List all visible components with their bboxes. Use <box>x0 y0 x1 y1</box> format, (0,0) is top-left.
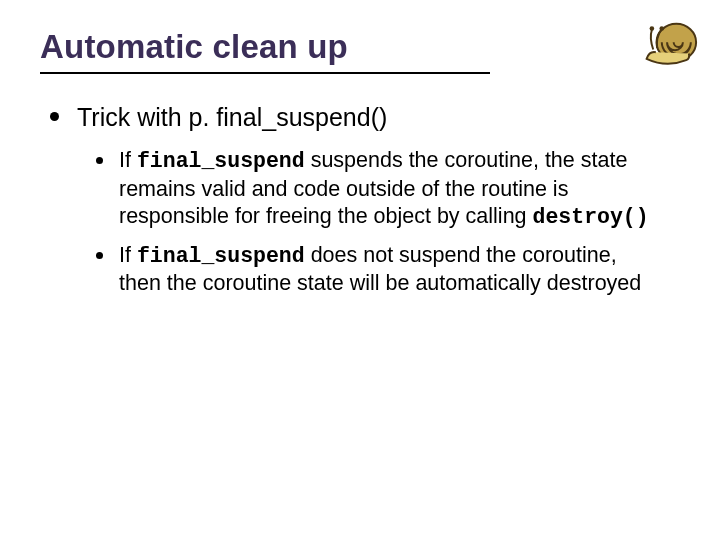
slide-content: Trick with p. final_suspend() If final_s… <box>40 102 680 299</box>
bullet-dot <box>96 252 103 259</box>
bullet-text: Trick with p. final_suspend() <box>77 102 387 133</box>
code-run: final_suspend <box>137 149 305 173</box>
sublist: If final_suspend suspends the coroutine,… <box>96 147 680 299</box>
code-run: final_suspend <box>137 244 305 268</box>
slide-title: Automatic clean up <box>40 28 680 66</box>
slide: Automatic clean up Trick with p. final_s… <box>0 0 720 540</box>
bullet-dot <box>96 157 103 164</box>
bullet-text: If final_suspend does not suspend the co… <box>119 242 659 299</box>
text-run: If <box>119 243 137 267</box>
title-underline <box>40 72 490 74</box>
title-wrap: Automatic clean up <box>40 28 680 74</box>
bullet-text: If final_suspend suspends the coroutine,… <box>119 147 659 232</box>
code-run: destroy() <box>533 205 649 229</box>
bullet-level2: If final_suspend does not suspend the co… <box>96 242 680 299</box>
bullet-level2: If final_suspend suspends the coroutine,… <box>96 147 680 232</box>
bullet-level1: Trick with p. final_suspend() <box>50 102 680 133</box>
text-run: If <box>119 148 137 172</box>
bullet-dot <box>50 112 59 121</box>
